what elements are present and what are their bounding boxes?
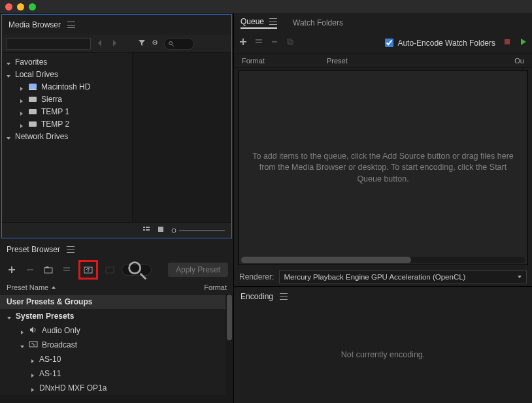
svg-rect-9 [143, 227, 145, 228]
preset-row-label: DNxHD MXF OP1a [39, 383, 107, 393]
svg-point-14 [172, 229, 176, 233]
preset-category[interactable]: Broadcast [0, 338, 233, 352]
preset-scrollbar[interactable] [225, 295, 233, 395]
window-zoom-dot[interactable] [29, 3, 36, 10]
tree-local-drives[interactable]: Local Drives [2, 68, 132, 80]
preset-row-label: Audio Only [42, 326, 80, 335]
add-source-icon[interactable] [239, 38, 247, 48]
tree-label: Favorites [15, 57, 47, 67]
preset-columns-header: Preset Name Format [0, 280, 233, 295]
preset-category[interactable]: Audio Only [0, 323, 233, 338]
preset-list: User Presets & Groups System Presets Aud… [0, 295, 233, 395]
queue-hscroll[interactable] [241, 257, 525, 263]
col-format[interactable]: Format [242, 57, 327, 65]
tree-network-drives[interactable]: Network Drives [2, 130, 132, 142]
panel-menu-icon[interactable] [280, 293, 288, 300]
col-preset-name[interactable]: Preset Name [7, 283, 48, 291]
preset-settings-icon[interactable] [60, 263, 73, 276]
svg-rect-21 [106, 267, 114, 273]
window-close-dot[interactable] [5, 3, 12, 10]
renderer-label: Renderer: [239, 272, 274, 282]
stop-queue-icon[interactable] [503, 38, 511, 48]
media-browser-filter-select[interactable] [6, 38, 91, 50]
media-browser-header: Media Browser [2, 15, 231, 35]
svg-rect-17 [63, 267, 70, 268]
svg-rect-13 [158, 227, 163, 232]
panel-menu-icon[interactable] [269, 18, 277, 25]
encoding-title: Encoding [241, 292, 273, 301]
import-export-icon[interactable] [82, 263, 95, 276]
svg-rect-7 [29, 109, 37, 114]
preset-search[interactable] [122, 264, 152, 276]
sort-asc-icon [51, 285, 56, 290]
svg-rect-26 [256, 42, 262, 43]
new-group-icon[interactable] [42, 263, 55, 276]
preset-row-label: Broadcast [42, 340, 77, 349]
duplicate-icon[interactable] [286, 38, 294, 48]
drive-icon [28, 120, 37, 128]
auto-encode-checkbox[interactable]: Auto-Encode Watch Folders [385, 39, 495, 48]
titlebar [0, 0, 532, 13]
queue-drop-area[interactable]: To add items to the queue, click the Add… [238, 71, 528, 265]
tree-label: Local Drives [15, 70, 58, 79]
auto-encode-input[interactable] [385, 39, 393, 47]
thumbnail-view-icon[interactable] [157, 225, 165, 235]
tab-watch-folders[interactable]: Watch Folders [293, 18, 343, 27]
tab-queue[interactable]: Queue [241, 17, 277, 29]
preset-browser-title: Preset Browser [7, 245, 60, 254]
zoom-slider[interactable] [171, 228, 225, 233]
svg-rect-8 [29, 121, 37, 127]
remove-preset-icon[interactable] [24, 263, 37, 276]
panel-menu-icon[interactable] [67, 22, 75, 28]
svg-rect-10 [146, 227, 150, 228]
import-preset-highlighted [78, 260, 98, 280]
tree-drive[interactable]: TEMP 1 [2, 105, 132, 118]
svg-rect-12 [146, 229, 150, 231]
tree-drive[interactable]: TEMP 2 [2, 118, 132, 130]
renderer-select[interactable]: Mercury Playback Engine GPU Acceleration… [279, 270, 527, 283]
chevron-right-icon [30, 385, 35, 391]
panel-menu-icon[interactable] [67, 246, 75, 253]
tree-favorites[interactable]: Favorites [2, 56, 132, 68]
history-forward-icon[interactable] [110, 39, 120, 48]
preset-user-group[interactable]: User Presets & Groups [0, 295, 233, 309]
preset-hscroll[interactable] [0, 395, 233, 403]
media-browser-footer [2, 222, 231, 238]
window-minimize-dot[interactable] [17, 3, 24, 10]
renderer-value: Mercury Playback Engine GPU Acceleration… [284, 273, 465, 281]
svg-rect-29 [289, 40, 293, 44]
media-browser-preview [133, 53, 231, 222]
list-view-icon[interactable] [142, 225, 150, 235]
media-browser-search[interactable] [164, 38, 194, 50]
preset-item[interactable]: DNxHD MXF OP1a [0, 381, 233, 395]
preset-item[interactable]: AS-11 [0, 366, 233, 381]
apply-preset-button[interactable]: Apply Preset [168, 263, 228, 277]
col-output[interactable]: Ou [514, 57, 524, 65]
drive-icon [28, 95, 37, 103]
auto-encode-label: Auto-Encode Watch Folders [397, 39, 495, 48]
preset-row-label: User Presets & Groups [7, 297, 92, 306]
col-format[interactable]: Format [188, 283, 227, 291]
preset-system-group[interactable]: System Presets [0, 309, 233, 323]
encoding-body: Not currently encoding. [234, 306, 532, 403]
chevron-down-icon [6, 59, 11, 65]
preset-row-label: System Presets [16, 312, 74, 321]
col-preset[interactable]: Preset [327, 57, 514, 65]
queue-columns-header: Format Preset Ou [234, 54, 532, 68]
preset-item[interactable]: AS-10 [0, 352, 233, 366]
history-back-icon[interactable] [96, 39, 105, 48]
tree-drive[interactable]: Macintosh HD [2, 80, 132, 93]
renderer-row: Renderer: Mercury Playback Engine GPU Ac… [234, 268, 532, 286]
add-preset-icon[interactable] [5, 263, 18, 276]
export-preset-icon[interactable] [103, 263, 116, 276]
remove-icon[interactable] [271, 38, 278, 48]
svg-rect-6 [29, 97, 37, 102]
tree-drive[interactable]: Sierra [2, 93, 132, 105]
ingest-icon[interactable] [151, 39, 159, 48]
start-queue-icon[interactable] [519, 38, 527, 48]
chevron-down-icon [6, 72, 11, 77]
svg-rect-11 [143, 229, 145, 231]
filter-icon[interactable] [138, 39, 146, 48]
svg-rect-30 [505, 39, 510, 44]
queue-settings-icon[interactable] [255, 38, 263, 48]
